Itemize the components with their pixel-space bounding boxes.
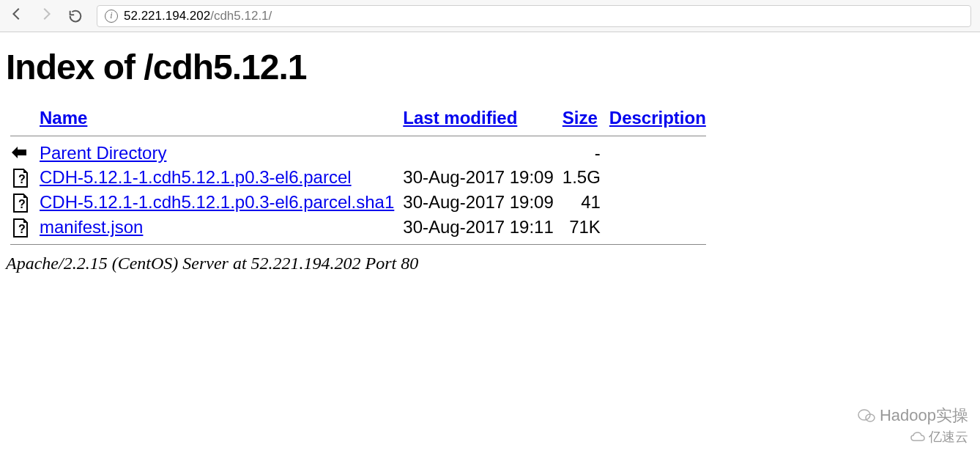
row-description: [605, 141, 710, 166]
table-row: ? CDH-5.12.1-1.cdh5.12.1.p0.3-el6.parcel…: [6, 190, 710, 215]
parent-directory-link[interactable]: Parent Directory: [40, 143, 166, 163]
row-description: [605, 190, 710, 215]
sort-by-name-link[interactable]: Name: [40, 108, 87, 128]
row-last-modified: 30-Aug-2017 19:09: [398, 166, 558, 191]
sort-by-modified-link[interactable]: Last modified: [403, 108, 517, 128]
table-row: ? manifest.json 30-Aug-2017 19:11 71K: [6, 215, 710, 240]
table-header-row: Name Last modified Size Description: [6, 105, 710, 131]
column-name: Name: [35, 105, 398, 131]
url-host: 52.221.194.202: [124, 9, 210, 23]
row-size: -: [558, 141, 605, 166]
row-size: 1.5G: [558, 166, 605, 191]
column-last-modified: Last modified: [398, 105, 558, 131]
unknown-file-icon: ?: [10, 193, 31, 213]
page-content: Index of /cdh5.12.1 Name Last modified S…: [0, 32, 980, 282]
address-bar[interactable]: i 52.221.194.202/cdh5.12.1/: [97, 5, 971, 27]
row-last-modified: [398, 141, 558, 166]
header-divider: [10, 136, 706, 136]
footer-divider: [10, 244, 706, 245]
column-size: Size: [558, 105, 605, 131]
page-title: Index of /cdh5.12.1: [6, 47, 974, 87]
forward-button[interactable]: [38, 6, 54, 26]
site-info-icon[interactable]: i: [105, 10, 118, 23]
row-last-modified: 30-Aug-2017 19:09: [398, 190, 558, 215]
directory-listing-table: Name Last modified Size Description Pare…: [6, 105, 710, 249]
row-size: 41: [558, 190, 605, 215]
row-description: [605, 215, 710, 240]
file-link[interactable]: CDH-5.12.1-1.cdh5.12.1.p0.3-el6.parcel: [40, 167, 352, 187]
back-button[interactable]: [9, 6, 25, 26]
url-path: /cdh5.12.1/: [210, 9, 272, 23]
svg-text:?: ?: [18, 198, 26, 210]
sort-by-size-link[interactable]: Size: [563, 108, 598, 128]
parent-dir-icon: [10, 144, 31, 164]
server-signature: Apache/2.2.15 (CentOS) Server at 52.221.…: [6, 254, 974, 273]
reload-button[interactable]: [67, 8, 83, 24]
table-row: ? CDH-5.12.1-1.cdh5.12.1.p0.3-el6.parcel…: [6, 166, 710, 191]
browser-toolbar: i 52.221.194.202/cdh5.12.1/: [0, 0, 980, 32]
file-link[interactable]: CDH-5.12.1-1.cdh5.12.1.p0.3-el6.parcel.s…: [40, 192, 394, 212]
unknown-file-icon: ?: [10, 168, 31, 188]
column-description: Description: [605, 105, 710, 131]
unknown-file-icon: ?: [10, 218, 31, 238]
row-size: 71K: [558, 215, 605, 240]
sort-by-description-link[interactable]: Description: [609, 108, 706, 128]
svg-text:?: ?: [18, 173, 26, 185]
table-row: Parent Directory -: [6, 141, 710, 166]
row-last-modified: 30-Aug-2017 19:11: [398, 215, 558, 240]
row-description: [605, 166, 710, 191]
svg-text:?: ?: [18, 223, 26, 235]
file-link[interactable]: manifest.json: [40, 217, 143, 237]
